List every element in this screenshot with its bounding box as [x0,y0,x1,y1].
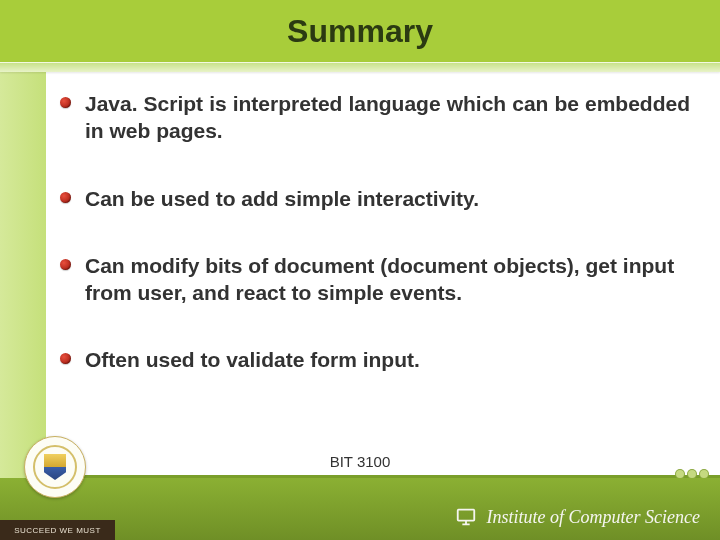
bullet-icon [60,192,71,203]
title-band: Summary [0,0,720,62]
slide-title: Summary [287,13,433,50]
university-seal [24,436,86,498]
pagination-dots [676,470,708,478]
dot-icon [676,470,684,478]
content-area: Java. Script is interpreted language whi… [60,90,690,414]
monitor-icon [453,504,479,530]
bullet-text: Can be used to add simple interactivity. [85,185,479,212]
bullet-text: Java. Script is interpreted language whi… [85,90,690,145]
bullet-text: Often used to validate form input. [85,346,420,373]
slide: Summary Java. Script is interpreted lang… [0,0,720,540]
bullet-icon [60,259,71,270]
seal-ring-icon [33,445,77,489]
dot-icon [688,470,696,478]
bullet-item: Can be used to add simple interactivity. [60,185,690,212]
bullet-item: Java. Script is interpreted language whi… [60,90,690,145]
svg-rect-0 [457,510,474,521]
institute-label: Institute of Computer Science [453,504,700,530]
bullet-item: Often used to validate form input. [60,346,690,373]
bullet-item: Can modify bits of document (document ob… [60,252,690,307]
motto-text: SUCCEED WE MUST [14,526,101,535]
title-underband [0,62,720,72]
bullet-icon [60,97,71,108]
shield-icon [44,454,66,480]
bullet-icon [60,353,71,364]
bullet-text: Can modify bits of document (document ob… [85,252,690,307]
motto-tab: SUCCEED WE MUST [0,520,115,540]
dot-icon [700,470,708,478]
footer-code: BIT 3100 [0,453,720,470]
institute-text: Institute of Computer Science [487,507,700,528]
